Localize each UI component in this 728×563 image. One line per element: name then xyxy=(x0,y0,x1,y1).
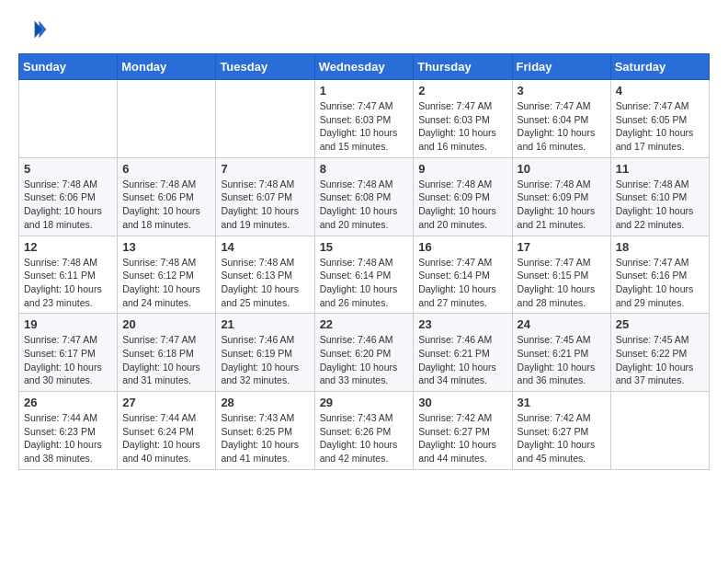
day-info: Sunrise: 7:42 AM Sunset: 6:27 PM Dayligh… xyxy=(518,411,606,465)
day-number: 28 xyxy=(221,396,309,409)
day-number: 20 xyxy=(122,317,210,331)
calendar-cell: 2Sunrise: 7:47 AM Sunset: 6:03 PM Daylig… xyxy=(414,80,512,158)
day-number: 17 xyxy=(518,240,606,254)
day-info: Sunrise: 7:47 AM Sunset: 6:03 PM Dayligh… xyxy=(320,99,409,154)
weekday-header-wednesday: Wednesday xyxy=(314,54,414,80)
calendar-cell: 1Sunrise: 7:47 AM Sunset: 6:03 PM Daylig… xyxy=(314,80,414,158)
day-number: 25 xyxy=(616,317,704,331)
weekday-header-saturday: Saturday xyxy=(610,54,709,80)
weekday-header-tuesday: Tuesday xyxy=(216,54,314,80)
calendar-cell: 27Sunrise: 7:44 AM Sunset: 6:24 PM Dayli… xyxy=(118,392,216,470)
calendar-cell: 12Sunrise: 7:48 AM Sunset: 6:11 PM Dayli… xyxy=(19,236,118,314)
day-number: 3 xyxy=(518,84,606,98)
calendar-cell: 10Sunrise: 7:48 AM Sunset: 6:09 PM Dayli… xyxy=(512,157,610,236)
calendar-cell: 20Sunrise: 7:47 AM Sunset: 6:18 PM Dayli… xyxy=(118,314,216,392)
day-number: 30 xyxy=(418,396,506,409)
calendar-cell: 17Sunrise: 7:47 AM Sunset: 6:15 PM Dayli… xyxy=(512,236,610,314)
day-info: Sunrise: 7:48 AM Sunset: 6:06 PM Dayligh… xyxy=(122,178,210,232)
day-info: Sunrise: 7:47 AM Sunset: 6:14 PM Dayligh… xyxy=(418,256,506,310)
calendar-cell: 18Sunrise: 7:47 AM Sunset: 6:16 PM Dayli… xyxy=(610,236,709,314)
calendar-week-3: 12Sunrise: 7:48 AM Sunset: 6:11 PM Dayli… xyxy=(19,236,710,314)
day-number: 2 xyxy=(418,84,506,98)
day-number: 10 xyxy=(518,162,606,176)
day-info: Sunrise: 7:46 AM Sunset: 6:21 PM Dayligh… xyxy=(418,333,506,387)
weekday-header-thursday: Thursday xyxy=(414,54,512,80)
calendar-cell: 26Sunrise: 7:44 AM Sunset: 6:23 PM Dayli… xyxy=(19,392,118,470)
calendar-cell: 19Sunrise: 7:47 AM Sunset: 6:17 PM Dayli… xyxy=(19,314,118,392)
day-info: Sunrise: 7:45 AM Sunset: 6:21 PM Dayligh… xyxy=(518,333,606,387)
day-number: 26 xyxy=(24,396,112,409)
header xyxy=(18,15,710,44)
calendar-week-4: 19Sunrise: 7:47 AM Sunset: 6:17 PM Dayli… xyxy=(19,314,710,392)
calendar-cell: 28Sunrise: 7:43 AM Sunset: 6:25 PM Dayli… xyxy=(216,392,314,470)
day-info: Sunrise: 7:48 AM Sunset: 6:06 PM Dayligh… xyxy=(24,178,112,232)
calendar-cell: 6Sunrise: 7:48 AM Sunset: 6:06 PM Daylig… xyxy=(118,157,216,236)
calendar-cell: 9Sunrise: 7:48 AM Sunset: 6:09 PM Daylig… xyxy=(414,157,512,236)
calendar-cell xyxy=(118,80,216,158)
day-info: Sunrise: 7:47 AM Sunset: 6:05 PM Dayligh… xyxy=(616,99,704,154)
day-info: Sunrise: 7:45 AM Sunset: 6:22 PM Dayligh… xyxy=(616,333,704,387)
calendar-cell: 15Sunrise: 7:48 AM Sunset: 6:14 PM Dayli… xyxy=(314,236,414,314)
day-number: 11 xyxy=(616,162,704,176)
day-info: Sunrise: 7:48 AM Sunset: 6:13 PM Dayligh… xyxy=(221,256,309,310)
calendar-cell: 25Sunrise: 7:45 AM Sunset: 6:22 PM Dayli… xyxy=(610,314,709,392)
day-number: 14 xyxy=(221,240,309,254)
day-info: Sunrise: 7:48 AM Sunset: 6:08 PM Dayligh… xyxy=(320,178,409,232)
day-number: 12 xyxy=(24,240,112,254)
day-info: Sunrise: 7:48 AM Sunset: 6:10 PM Dayligh… xyxy=(616,178,704,232)
weekday-header-monday: Monday xyxy=(118,54,216,80)
calendar-cell: 3Sunrise: 7:47 AM Sunset: 6:04 PM Daylig… xyxy=(512,80,610,158)
calendar-cell: 22Sunrise: 7:46 AM Sunset: 6:20 PM Dayli… xyxy=(314,314,414,392)
day-info: Sunrise: 7:47 AM Sunset: 6:04 PM Dayligh… xyxy=(518,99,606,154)
day-info: Sunrise: 7:47 AM Sunset: 6:18 PM Dayligh… xyxy=(122,333,210,387)
calendar-header: SundayMondayTuesdayWednesdayThursdayFrid… xyxy=(19,54,710,80)
day-number: 23 xyxy=(418,317,506,331)
day-info: Sunrise: 7:47 AM Sunset: 6:03 PM Dayligh… xyxy=(418,99,506,154)
calendar-week-1: 1Sunrise: 7:47 AM Sunset: 6:03 PM Daylig… xyxy=(19,80,710,158)
day-number: 7 xyxy=(221,162,309,176)
calendar-cell: 29Sunrise: 7:43 AM Sunset: 6:26 PM Dayli… xyxy=(314,392,414,470)
calendar-cell: 16Sunrise: 7:47 AM Sunset: 6:14 PM Dayli… xyxy=(414,236,512,314)
day-info: Sunrise: 7:48 AM Sunset: 6:11 PM Dayligh… xyxy=(24,256,112,310)
weekday-row: SundayMondayTuesdayWednesdayThursdayFrid… xyxy=(19,54,710,80)
day-info: Sunrise: 7:43 AM Sunset: 6:26 PM Dayligh… xyxy=(320,411,409,465)
day-info: Sunrise: 7:44 AM Sunset: 6:24 PM Dayligh… xyxy=(122,411,210,465)
logo-icon xyxy=(18,15,48,44)
day-info: Sunrise: 7:47 AM Sunset: 6:16 PM Dayligh… xyxy=(616,256,704,310)
day-info: Sunrise: 7:48 AM Sunset: 6:07 PM Dayligh… xyxy=(221,178,309,232)
weekday-header-sunday: Sunday xyxy=(19,54,118,80)
day-number: 27 xyxy=(122,396,210,409)
calendar-cell: 4Sunrise: 7:47 AM Sunset: 6:05 PM Daylig… xyxy=(610,80,709,158)
calendar-cell: 8Sunrise: 7:48 AM Sunset: 6:08 PM Daylig… xyxy=(314,157,414,236)
day-info: Sunrise: 7:43 AM Sunset: 6:25 PM Dayligh… xyxy=(221,411,309,465)
day-number: 24 xyxy=(518,317,606,331)
day-number: 19 xyxy=(24,317,112,331)
calendar-cell xyxy=(19,80,118,158)
day-number: 9 xyxy=(418,162,506,176)
calendar-cell: 11Sunrise: 7:48 AM Sunset: 6:10 PM Dayli… xyxy=(610,157,709,236)
day-number: 22 xyxy=(320,317,409,331)
day-info: Sunrise: 7:46 AM Sunset: 6:19 PM Dayligh… xyxy=(221,333,309,387)
day-number: 15 xyxy=(320,240,409,254)
calendar-table: SundayMondayTuesdayWednesdayThursdayFrid… xyxy=(18,53,710,470)
day-info: Sunrise: 7:47 AM Sunset: 6:17 PM Dayligh… xyxy=(24,333,112,387)
day-number: 21 xyxy=(221,317,309,331)
logo xyxy=(18,15,51,44)
day-info: Sunrise: 7:48 AM Sunset: 6:09 PM Dayligh… xyxy=(518,178,606,232)
calendar-cell: 21Sunrise: 7:46 AM Sunset: 6:19 PM Dayli… xyxy=(216,314,314,392)
calendar-body: 1Sunrise: 7:47 AM Sunset: 6:03 PM Daylig… xyxy=(19,80,710,470)
calendar-cell: 23Sunrise: 7:46 AM Sunset: 6:21 PM Dayli… xyxy=(414,314,512,392)
calendar-cell: 7Sunrise: 7:48 AM Sunset: 6:07 PM Daylig… xyxy=(216,157,314,236)
calendar-cell: 13Sunrise: 7:48 AM Sunset: 6:12 PM Dayli… xyxy=(118,236,216,314)
calendar-cell: 24Sunrise: 7:45 AM Sunset: 6:21 PM Dayli… xyxy=(512,314,610,392)
day-info: Sunrise: 7:47 AM Sunset: 6:15 PM Dayligh… xyxy=(518,256,606,310)
day-info: Sunrise: 7:48 AM Sunset: 6:12 PM Dayligh… xyxy=(122,256,210,310)
calendar-cell: 5Sunrise: 7:48 AM Sunset: 6:06 PM Daylig… xyxy=(19,157,118,236)
day-number: 13 xyxy=(122,240,210,254)
calendar-cell: 30Sunrise: 7:42 AM Sunset: 6:27 PM Dayli… xyxy=(414,392,512,470)
day-info: Sunrise: 7:48 AM Sunset: 6:09 PM Dayligh… xyxy=(418,178,506,232)
calendar-week-2: 5Sunrise: 7:48 AM Sunset: 6:06 PM Daylig… xyxy=(19,157,710,236)
day-number: 18 xyxy=(616,240,704,254)
day-number: 29 xyxy=(320,396,409,409)
calendar-cell: 14Sunrise: 7:48 AM Sunset: 6:13 PM Dayli… xyxy=(216,236,314,314)
